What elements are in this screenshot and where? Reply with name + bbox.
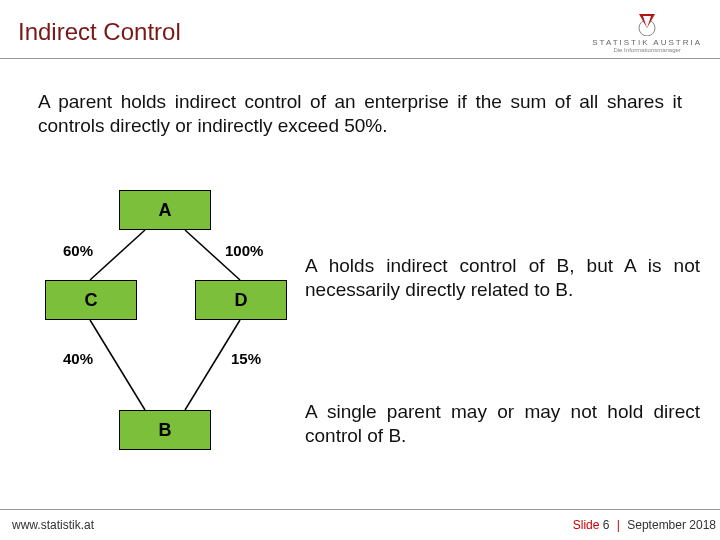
title-divider [0, 58, 720, 59]
footer-right: Slide 6 | September 2018 [573, 518, 716, 532]
footer-url: www.statistik.at [12, 518, 94, 532]
logo-sub: Die Informationsmanager [592, 47, 702, 53]
node-b: B [119, 410, 211, 450]
page-title: Indirect Control [18, 18, 181, 46]
edge-ad-label: 100% [225, 242, 263, 259]
logo: STATISTIK AUSTRIA Die Informationsmanage… [592, 6, 702, 53]
caption-1: A holds indirect control of B, but A is … [305, 254, 700, 302]
edge-ac-label: 60% [63, 242, 93, 259]
intro-text: A parent holds indirect control of an en… [38, 90, 682, 138]
node-c: C [45, 280, 137, 320]
footer-slide-num: 6 [603, 518, 610, 532]
footer-date: September 2018 [627, 518, 716, 532]
footer-slide-label: Slide [573, 518, 600, 532]
logo-icon [627, 6, 667, 36]
edge-db-label: 15% [231, 350, 261, 367]
logo-label: STATISTIK AUSTRIA [592, 38, 702, 47]
slide: Indirect Control STATISTIK AUSTRIA Die I… [0, 0, 720, 540]
footer-sep-icon: | [617, 518, 620, 532]
svg-line-1 [90, 230, 145, 280]
node-d: D [195, 280, 287, 320]
node-a: A [119, 190, 211, 230]
diagram: A C D B 60% 100% 40% 15% [35, 190, 295, 470]
footer-divider [0, 509, 720, 510]
caption-2: A single parent may or may not hold dire… [305, 400, 700, 448]
svg-line-3 [90, 320, 145, 410]
edge-cb-label: 40% [63, 350, 93, 367]
